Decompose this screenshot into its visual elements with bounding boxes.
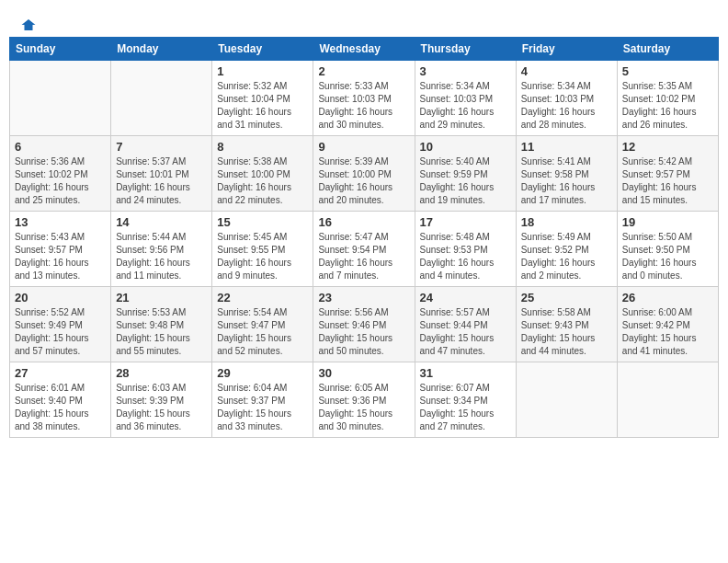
day-info: Sunrise: 5:57 AM Sunset: 9:44 PM Dayligh… xyxy=(420,306,511,358)
calendar-cell: 6Sunrise: 5:36 AM Sunset: 10:02 PM Dayli… xyxy=(10,136,111,212)
day-info: Sunrise: 5:54 AM Sunset: 9:47 PM Dayligh… xyxy=(217,306,308,358)
calendar-cell: 5Sunrise: 5:35 AM Sunset: 10:02 PM Dayli… xyxy=(617,61,718,136)
day-info: Sunrise: 5:50 AM Sunset: 9:50 PM Dayligh… xyxy=(622,231,713,282)
day-info: Sunrise: 5:39 AM Sunset: 10:00 PM Daylig… xyxy=(318,155,409,207)
weekday-header-thursday: Thursday xyxy=(415,38,516,61)
day-info: Sunrise: 5:53 AM Sunset: 9:48 PM Dayligh… xyxy=(116,306,207,358)
day-info: Sunrise: 5:36 AM Sunset: 10:02 PM Daylig… xyxy=(15,155,106,207)
day-info: Sunrise: 5:41 AM Sunset: 9:58 PM Dayligh… xyxy=(521,155,612,207)
day-info: Sunrise: 5:33 AM Sunset: 10:03 PM Daylig… xyxy=(318,80,409,132)
calendar-cell: 2Sunrise: 5:33 AM Sunset: 10:03 PM Dayli… xyxy=(313,61,415,136)
day-number: 13 xyxy=(15,215,106,229)
calendar-cell: 4Sunrise: 5:34 AM Sunset: 10:03 PM Dayli… xyxy=(516,61,617,136)
day-number: 21 xyxy=(116,291,207,304)
calendar-cell: 29Sunrise: 6:04 AM Sunset: 9:37 PM Dayli… xyxy=(212,362,313,438)
calendar-cell: 28Sunrise: 6:03 AM Sunset: 9:39 PM Dayli… xyxy=(111,362,212,438)
weekday-header-tuesday: Tuesday xyxy=(212,38,313,61)
day-info: Sunrise: 5:32 AM Sunset: 10:04 PM Daylig… xyxy=(217,80,308,132)
day-number: 4 xyxy=(521,64,612,78)
calendar-cell: 20Sunrise: 5:52 AM Sunset: 9:49 PM Dayli… xyxy=(10,287,111,362)
calendar-cell: 11Sunrise: 5:41 AM Sunset: 9:58 PM Dayli… xyxy=(516,136,617,212)
day-number: 10 xyxy=(420,140,511,154)
day-number: 20 xyxy=(15,291,106,304)
calendar-week-5: 27Sunrise: 6:01 AM Sunset: 9:40 PM Dayli… xyxy=(10,362,719,438)
weekday-header-row: SundayMondayTuesdayWednesdayThursdayFrid… xyxy=(10,38,719,61)
logo xyxy=(18,17,37,29)
day-number: 3 xyxy=(420,64,511,78)
calendar-cell xyxy=(516,362,617,438)
calendar-cell: 12Sunrise: 5:42 AM Sunset: 9:57 PM Dayli… xyxy=(617,136,718,212)
calendar-cell: 26Sunrise: 6:00 AM Sunset: 9:42 PM Dayli… xyxy=(617,287,718,362)
day-number: 6 xyxy=(15,140,106,154)
day-number: 30 xyxy=(318,366,409,380)
day-info: Sunrise: 5:40 AM Sunset: 9:59 PM Dayligh… xyxy=(420,155,511,207)
calendar-cell: 27Sunrise: 6:01 AM Sunset: 9:40 PM Dayli… xyxy=(10,362,111,438)
day-number: 29 xyxy=(217,366,308,380)
day-info: Sunrise: 5:49 AM Sunset: 9:52 PM Dayligh… xyxy=(521,231,612,282)
day-info: Sunrise: 6:03 AM Sunset: 9:39 PM Dayligh… xyxy=(116,382,207,433)
day-number: 22 xyxy=(217,291,308,304)
weekday-header-sunday: Sunday xyxy=(10,38,111,61)
calendar-cell: 23Sunrise: 5:56 AM Sunset: 9:46 PM Dayli… xyxy=(313,287,415,362)
day-info: Sunrise: 5:42 AM Sunset: 9:57 PM Dayligh… xyxy=(622,155,713,207)
day-info: Sunrise: 5:35 AM Sunset: 10:02 PM Daylig… xyxy=(622,80,713,132)
day-number: 28 xyxy=(116,366,207,380)
day-number: 8 xyxy=(217,140,308,154)
weekday-header-monday: Monday xyxy=(111,38,212,61)
calendar-cell: 18Sunrise: 5:49 AM Sunset: 9:52 PM Dayli… xyxy=(516,212,617,287)
day-number: 7 xyxy=(116,140,207,154)
day-number: 27 xyxy=(15,366,106,380)
day-info: Sunrise: 5:43 AM Sunset: 9:57 PM Dayligh… xyxy=(15,231,106,282)
day-number: 24 xyxy=(420,291,511,304)
calendar-week-4: 20Sunrise: 5:52 AM Sunset: 9:49 PM Dayli… xyxy=(10,287,719,362)
day-number: 14 xyxy=(116,215,207,229)
calendar-cell: 15Sunrise: 5:45 AM Sunset: 9:55 PM Dayli… xyxy=(212,212,313,287)
calendar-cell: 30Sunrise: 6:05 AM Sunset: 9:36 PM Dayli… xyxy=(313,362,415,438)
calendar-cell: 7Sunrise: 5:37 AM Sunset: 10:01 PM Dayli… xyxy=(111,136,212,212)
calendar-cell: 8Sunrise: 5:38 AM Sunset: 10:00 PM Dayli… xyxy=(212,136,313,212)
day-info: Sunrise: 5:34 AM Sunset: 10:03 PM Daylig… xyxy=(420,80,511,132)
day-info: Sunrise: 5:44 AM Sunset: 9:56 PM Dayligh… xyxy=(116,231,207,282)
day-info: Sunrise: 5:56 AM Sunset: 9:46 PM Dayligh… xyxy=(318,306,409,358)
svg-marker-0 xyxy=(22,19,36,30)
day-number: 26 xyxy=(622,291,713,304)
day-info: Sunrise: 6:05 AM Sunset: 9:36 PM Dayligh… xyxy=(318,382,409,433)
calendar-cell: 9Sunrise: 5:39 AM Sunset: 10:00 PM Dayli… xyxy=(313,136,415,212)
day-number: 11 xyxy=(521,140,612,154)
day-number: 12 xyxy=(622,140,713,154)
day-info: Sunrise: 6:07 AM Sunset: 9:34 PM Dayligh… xyxy=(420,382,511,433)
day-number: 15 xyxy=(217,215,308,229)
calendar-cell: 13Sunrise: 5:43 AM Sunset: 9:57 PM Dayli… xyxy=(10,212,111,287)
day-number: 25 xyxy=(521,291,612,304)
weekday-header-wednesday: Wednesday xyxy=(313,38,415,61)
calendar-cell: 19Sunrise: 5:50 AM Sunset: 9:50 PM Dayli… xyxy=(617,212,718,287)
day-number: 1 xyxy=(217,64,308,78)
day-info: Sunrise: 5:58 AM Sunset: 9:43 PM Dayligh… xyxy=(521,306,612,358)
day-number: 31 xyxy=(420,366,511,380)
day-info: Sunrise: 5:37 AM Sunset: 10:01 PM Daylig… xyxy=(116,155,207,207)
day-number: 2 xyxy=(318,64,409,78)
weekday-header-friday: Friday xyxy=(516,38,617,61)
day-number: 9 xyxy=(318,140,409,154)
day-number: 18 xyxy=(521,215,612,229)
day-number: 17 xyxy=(420,215,511,229)
calendar-week-3: 13Sunrise: 5:43 AM Sunset: 9:57 PM Dayli… xyxy=(10,212,719,287)
calendar-cell: 22Sunrise: 5:54 AM Sunset: 9:47 PM Dayli… xyxy=(212,287,313,362)
calendar-cell xyxy=(111,61,212,136)
page-header xyxy=(9,9,719,33)
calendar-cell: 24Sunrise: 5:57 AM Sunset: 9:44 PM Dayli… xyxy=(415,287,516,362)
weekday-header-saturday: Saturday xyxy=(617,38,718,61)
day-number: 23 xyxy=(318,291,409,304)
calendar-cell: 14Sunrise: 5:44 AM Sunset: 9:56 PM Dayli… xyxy=(111,212,212,287)
calendar-cell xyxy=(617,362,718,438)
day-info: Sunrise: 5:45 AM Sunset: 9:55 PM Dayligh… xyxy=(217,231,308,282)
day-info: Sunrise: 5:48 AM Sunset: 9:53 PM Dayligh… xyxy=(420,231,511,282)
calendar: SundayMondayTuesdayWednesdayThursdayFrid… xyxy=(9,37,719,438)
calendar-cell: 31Sunrise: 6:07 AM Sunset: 9:34 PM Dayli… xyxy=(415,362,516,438)
logo-icon xyxy=(20,17,37,33)
day-info: Sunrise: 5:38 AM Sunset: 10:00 PM Daylig… xyxy=(217,155,308,207)
day-number: 5 xyxy=(622,64,713,78)
day-info: Sunrise: 6:00 AM Sunset: 9:42 PM Dayligh… xyxy=(622,306,713,358)
calendar-body: 1Sunrise: 5:32 AM Sunset: 10:04 PM Dayli… xyxy=(10,61,719,438)
calendar-cell: 21Sunrise: 5:53 AM Sunset: 9:48 PM Dayli… xyxy=(111,287,212,362)
